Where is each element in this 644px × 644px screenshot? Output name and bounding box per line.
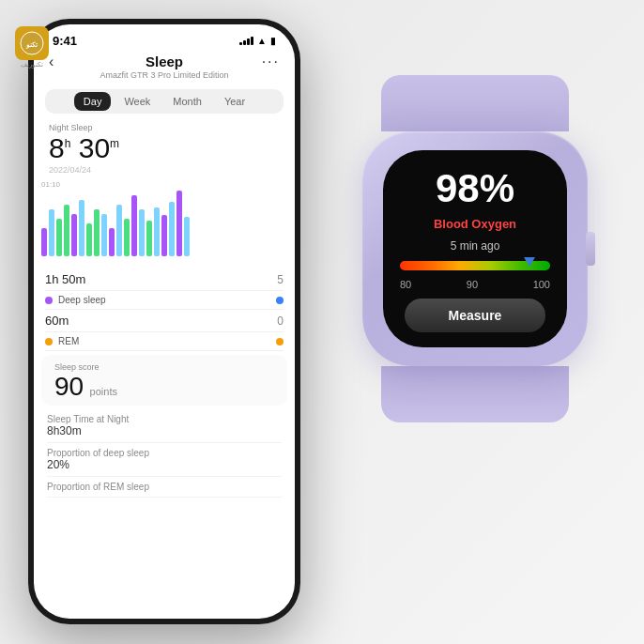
score-label: Sleep score	[54, 362, 274, 372]
stat-row-deep-sleep: 1h 50m 5	[45, 268, 284, 291]
sleep-hours: 8	[49, 132, 65, 163]
phone: 9:41 ▲ ▮ ‹ Sleep	[28, 19, 300, 624]
watch-case: 98% Blood Oxygen 5 min ago 80 90 100 Mea…	[362, 131, 588, 366]
tab-year[interactable]: Year	[215, 92, 254, 111]
svg-text:تكنو: تكنو	[25, 41, 38, 49]
tab-month[interactable]: Month	[163, 92, 211, 111]
sleep-time-value: 8h30m	[47, 424, 282, 437]
blood-oxygen-label: Blood Oxygen	[434, 217, 516, 231]
deep-sleep-dot	[45, 297, 53, 304]
gradient-label-90: 90	[467, 279, 478, 290]
back-button[interactable]: ‹	[49, 54, 54, 70]
chart-bar	[139, 209, 145, 256]
rem-dot	[45, 338, 53, 345]
watch-crown	[586, 232, 595, 266]
sleep-date: 2022/04/24	[49, 165, 280, 175]
chart-bar	[86, 223, 92, 256]
tab-week[interactable]: Week	[115, 92, 160, 111]
stats-section: 1h 50m 5 Deep sleep 60m	[34, 268, 295, 351]
wifi-icon: ▲	[257, 36, 267, 46]
app-header: ‹ Sleep Amazfit GTR 3 Pro Limited Editio…	[34, 52, 295, 85]
gradient-label-80: 80	[400, 279, 411, 290]
sleep-chart: 01:10	[34, 180, 295, 265]
rem-label: REM	[58, 336, 79, 346]
watch-band-top	[381, 75, 569, 131]
stat-row-rem-label: REM	[45, 332, 284, 351]
chart-bar	[101, 214, 107, 256]
chart-bar	[109, 228, 115, 256]
chart-bar	[146, 221, 152, 256]
chart-bar	[184, 217, 190, 256]
gradient-labels: 80 90 100	[400, 279, 550, 290]
score-unit: points	[90, 386, 117, 397]
deep-sleep-dot-right	[276, 297, 284, 304]
phone-screen: 9:41 ▲ ▮ ‹ Sleep	[34, 24, 295, 619]
chart-bar	[169, 202, 175, 256]
watch-screen: 98% Blood Oxygen 5 min ago 80 90 100 Mea…	[383, 150, 567, 347]
sleep-minutes: 30	[79, 132, 110, 163]
gradient-label-100: 100	[533, 279, 550, 290]
chart-bar	[116, 205, 122, 256]
sleep-minutes-unit: m	[110, 137, 119, 150]
watch-band-bottom	[381, 366, 569, 422]
scene: 9:41 ▲ ▮ ‹ Sleep	[0, 0, 644, 644]
info-row-sleep-time: Sleep Time at Night 8h30m	[47, 409, 282, 443]
rem-value: 60m	[45, 314, 69, 328]
score-section: Sleep score 90 points	[41, 355, 287, 406]
chart-bar	[56, 219, 62, 256]
gradient-indicator	[524, 257, 535, 267]
sleep-section: Night Sleep 8h 30m 2022/04/24	[34, 117, 295, 176]
chart-bar	[79, 200, 84, 256]
info-row-rem-proportion: Proportion of REM sleep	[47, 477, 282, 498]
info-row-deep-proportion: Proportion of deep sleep 20%	[47, 443, 282, 477]
sleep-duration: 8h 30m	[49, 132, 280, 163]
time-ago-label: 5 min ago	[451, 239, 500, 253]
deep-proportion-title: Proportion of deep sleep	[47, 448, 282, 458]
rem-dot-right	[276, 338, 284, 345]
bar4	[251, 37, 253, 45]
chart-bar	[41, 228, 47, 256]
tab-day[interactable]: Day	[74, 92, 112, 111]
rem-proportion-title: Proportion of REM sleep	[47, 482, 282, 492]
deep-sleep-label: Deep sleep	[58, 295, 106, 305]
info-section: Sleep Time at Night 8h30m Proportion of …	[34, 409, 295, 498]
battery-icon: ▮	[270, 36, 276, 46]
stat-row-deep-sleep-label: Deep sleep	[45, 291, 284, 310]
more-button[interactable]: ···	[262, 54, 280, 70]
chart-bar	[176, 191, 182, 256]
watermark-text: تكنوريف	[21, 61, 43, 69]
chart-bar	[131, 195, 137, 256]
chart-bar	[154, 207, 160, 256]
tab-bar: Day Week Month Year	[45, 89, 284, 114]
app-title: Sleep	[146, 54, 183, 69]
chart-bar	[71, 214, 77, 256]
sleep-hours-unit: h	[65, 137, 71, 150]
watermark: تكنو تكنوريف	[15, 26, 49, 69]
status-time: 9:41	[53, 34, 77, 48]
rem-right: 0	[277, 314, 284, 328]
bar3	[247, 38, 250, 45]
chart-bar	[124, 219, 130, 256]
deep-proportion-value: 20%	[47, 458, 282, 471]
blood-oxygen-percentage: 98%	[436, 169, 514, 208]
chart-time-label: 01:10	[34, 180, 295, 189]
bar1	[239, 42, 242, 45]
bar2	[243, 40, 246, 45]
status-bar: 9:41 ▲ ▮	[34, 24, 295, 52]
chart-bar	[94, 209, 100, 256]
score-value: 90	[54, 372, 84, 401]
night-sleep-label: Night Sleep	[49, 123, 280, 132]
stat-row-rem: 60m 0	[45, 310, 284, 332]
signal-bars-icon	[239, 37, 253, 45]
chart-bar	[161, 215, 167, 256]
sleep-time-title: Sleep Time at Night	[47, 414, 282, 424]
smartwatch: 98% Blood Oxygen 5 min ago 80 90 100 Mea…	[334, 75, 616, 413]
measure-button[interactable]: Measure	[405, 299, 545, 332]
watermark-logo: تكنو	[15, 26, 49, 60]
deep-sleep-right: 5	[277, 273, 284, 286]
status-icons: ▲ ▮	[239, 36, 276, 46]
chart-bar	[49, 209, 54, 256]
oxygen-gradient-bar	[400, 261, 550, 270]
deep-sleep-value: 1h 50m	[45, 272, 85, 286]
chart-bar	[64, 205, 69, 256]
